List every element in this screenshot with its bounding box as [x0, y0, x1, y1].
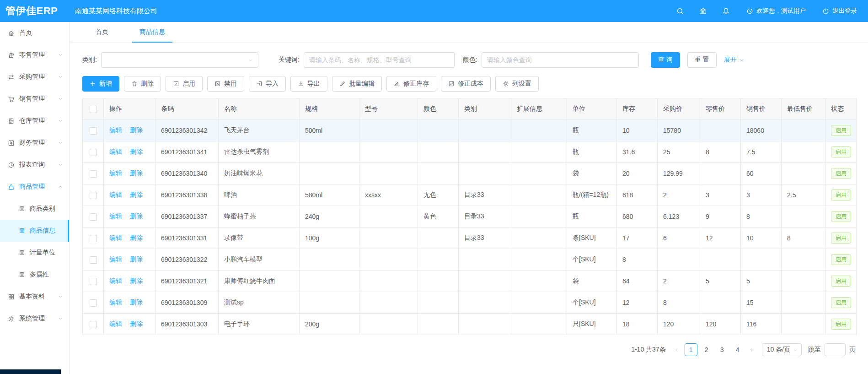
delete-link[interactable]: 删除: [130, 298, 143, 306]
edit-link[interactable]: 编辑: [109, 277, 122, 284]
enable-button[interactable]: 启用: [166, 76, 203, 92]
sidebar-item-purchase[interactable]: 采购管理: [0, 66, 69, 88]
row-checkbox[interactable]: [90, 213, 97, 221]
row-checkbox[interactable]: [90, 321, 97, 328]
row-checkbox[interactable]: [90, 192, 97, 199]
expand-toggle[interactable]: 展开: [724, 56, 744, 64]
cell-color: [418, 249, 459, 271]
delete-link[interactable]: 删除: [130, 169, 143, 177]
keyword-input[interactable]: [304, 52, 455, 68]
delete-link[interactable]: 删除: [130, 212, 143, 220]
page-size-select[interactable]: 10 条/页: [762, 343, 802, 356]
page-button-4[interactable]: 4: [731, 343, 744, 356]
sidebar-item-warehouse[interactable]: 仓库管理: [0, 110, 69, 132]
sidebar-item-measure-unit[interactable]: 计量单位: [0, 242, 69, 264]
link-separator: [126, 235, 126, 240]
row-checkbox[interactable]: [90, 299, 97, 307]
sidebar-item-system[interactable]: 系统管理: [0, 308, 69, 330]
sidebar-item-product-category[interactable]: 商品类别: [0, 198, 69, 220]
search-button[interactable]: 查 询: [651, 52, 680, 68]
cell-spec: 580ml: [300, 184, 359, 206]
sidebar-item-multi-attribute[interactable]: 多属性: [0, 264, 69, 286]
delete-link[interactable]: 删除: [130, 234, 143, 241]
edit-link[interactable]: 编辑: [109, 169, 122, 177]
add-button[interactable]: 新增: [82, 76, 119, 92]
page-button-2[interactable]: 2: [700, 343, 713, 356]
disable-button[interactable]: 禁用: [207, 76, 244, 92]
sidebar-item-finance[interactable]: 财务管理: [0, 132, 69, 154]
reset-button[interactable]: 重 置: [687, 52, 717, 68]
edit-link[interactable]: 编辑: [109, 234, 122, 241]
edit-link[interactable]: 编辑: [109, 212, 122, 220]
notification-bell-icon[interactable]: [722, 7, 730, 15]
workbench-icon[interactable]: [699, 7, 707, 15]
cell-stock: 18: [617, 314, 658, 335]
search-icon[interactable]: [676, 7, 684, 15]
column-settings-button[interactable]: 列设置: [495, 76, 539, 92]
delete-link[interactable]: 删除: [130, 148, 143, 155]
row-actions-cell: 编辑删除: [104, 206, 155, 228]
page-button-1[interactable]: 1: [685, 343, 697, 356]
chevron-down-icon: [58, 141, 63, 145]
sidebar-item-sales[interactable]: 销售管理: [0, 88, 69, 110]
cell-color: [418, 292, 459, 314]
delete-link[interactable]: 删除: [130, 126, 143, 134]
tab-product-info[interactable]: 商品信息: [132, 22, 172, 43]
sidebar-item-products[interactable]: 商品管理: [0, 176, 69, 198]
edit-link[interactable]: 编辑: [109, 298, 122, 306]
cell-name: 电子手环: [219, 314, 300, 335]
tab-home[interactable]: 首页: [88, 22, 116, 43]
row-checkbox[interactable]: [90, 278, 97, 285]
next-page-button[interactable]: [745, 343, 758, 356]
table-row: 编辑删除 6901236301342 飞天茅台 500ml 瓶 10 15780…: [83, 120, 857, 141]
edit-link[interactable]: 编辑: [109, 148, 122, 155]
delete-link[interactable]: 删除: [130, 255, 143, 263]
cell-lowest-price: [782, 163, 825, 184]
logout-button[interactable]: 退出登录: [822, 7, 857, 15]
cell-name: 啤酒: [219, 184, 300, 206]
delete-link[interactable]: 删除: [130, 277, 143, 284]
cart-icon: [8, 96, 15, 103]
cell-ext: [511, 271, 567, 292]
select-all-checkbox[interactable]: [90, 106, 97, 113]
sidebar-item-product-info[interactable]: 商品信息: [0, 220, 69, 242]
sidebar-item-home[interactable]: 首页: [0, 22, 69, 44]
sidebar-item-reports[interactable]: 报表查询: [0, 154, 69, 176]
cell-lowest-price: [782, 292, 825, 314]
sidebar-item-basic-data[interactable]: 基本资料: [0, 286, 69, 308]
export-button[interactable]: 导出: [290, 76, 327, 92]
cell-stock: 17: [617, 228, 658, 249]
fix-stock-button[interactable]: 修正库存: [386, 76, 436, 92]
edit-link[interactable]: 编辑: [109, 126, 122, 134]
edit-link[interactable]: 编辑: [109, 191, 122, 198]
fix-cost-button[interactable]: 修正成本: [441, 76, 491, 92]
row-checkbox[interactable]: [90, 235, 97, 242]
sidebar-item-retail[interactable]: 零售管理: [0, 44, 69, 66]
import-button[interactable]: 导入: [249, 76, 286, 92]
cell-unit: 瓶/(箱=12瓶): [567, 184, 617, 206]
cell-name: 录像带: [219, 228, 300, 249]
color-input[interactable]: [482, 52, 639, 68]
list-icon: [19, 249, 25, 256]
batch-edit-button[interactable]: 批量编辑: [332, 76, 382, 92]
prev-page-button[interactable]: [670, 343, 683, 356]
delete-link[interactable]: 删除: [130, 320, 143, 327]
row-checkbox[interactable]: [90, 149, 97, 156]
delete-link[interactable]: 删除: [130, 191, 143, 198]
jump-page-input[interactable]: [825, 343, 846, 356]
delete-button[interactable]: 删除: [124, 76, 161, 92]
category-select[interactable]: [101, 52, 258, 68]
money-icon: [8, 140, 15, 146]
user-menu[interactable]: 欢迎您，测试用户: [746, 7, 806, 15]
edit-link[interactable]: 编辑: [109, 255, 122, 263]
cell-status: 启用: [825, 206, 857, 228]
edit-link[interactable]: 编辑: [109, 320, 122, 327]
cell-status: 启用: [825, 184, 857, 206]
row-checkbox[interactable]: [90, 127, 97, 135]
page-button-3[interactable]: 3: [716, 343, 729, 356]
cell-color: [418, 141, 459, 163]
row-checkbox[interactable]: [90, 256, 97, 264]
row-checkbox[interactable]: [90, 170, 97, 178]
status-badge: 启用: [831, 233, 851, 244]
cell-sale-price: 15: [741, 292, 782, 314]
